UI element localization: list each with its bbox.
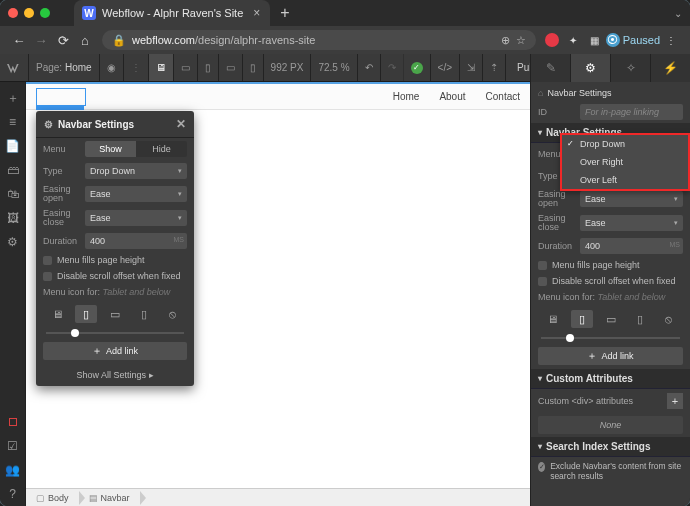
preview-icon[interactable]: ◉: [100, 54, 124, 81]
ext-puzzle-icon[interactable]: ✦: [565, 32, 581, 48]
help-icon[interactable]: ?: [0, 482, 26, 506]
tab-close-icon[interactable]: ×: [253, 6, 260, 20]
tab-effects[interactable]: ⚡: [651, 54, 690, 82]
star-icon[interactable]: ☆: [516, 34, 526, 47]
p-slider[interactable]: [36, 328, 194, 338]
slider-knob-icon[interactable]: [566, 334, 574, 342]
bp-tablet-icon[interactable]: ▯: [571, 310, 593, 328]
status-ok-icon[interactable]: ✓: [404, 54, 431, 81]
team-icon[interactable]: 👥: [0, 458, 26, 482]
nav-fwd-icon[interactable]: →: [32, 33, 50, 48]
new-tab-button[interactable]: +: [280, 4, 289, 22]
bp-phone-icon[interactable]: ▯: [629, 310, 651, 328]
share-icon[interactable]: ⇡: [483, 54, 506, 81]
tabs-overflow-icon[interactable]: ⌄: [674, 8, 682, 19]
duration-input[interactable]: 400MS: [85, 233, 187, 249]
navigator-icon[interactable]: ≡: [0, 110, 26, 134]
device-tablet[interactable]: ▯: [198, 54, 219, 81]
chrome-menu-icon[interactable]: ⋮: [663, 32, 679, 48]
section-search-index[interactable]: ▾Search Index Settings: [531, 437, 690, 457]
add-link-button[interactable]: ＋Add link: [43, 342, 187, 360]
webflow-logo[interactable]: [0, 54, 29, 81]
show-all-settings[interactable]: Show All Settings ▸: [36, 364, 194, 386]
device-laptop[interactable]: ▭: [174, 54, 198, 81]
cms-icon[interactable]: 🗃: [0, 158, 26, 182]
r-fills-check[interactable]: Menu fills page height: [531, 257, 690, 273]
dropdown-item[interactable]: Over Left: [562, 171, 688, 189]
pages-icon[interactable]: 📄: [0, 134, 26, 158]
bp-none-icon[interactable]: ⦸: [658, 310, 680, 328]
audit-icon[interactable]: ☑: [0, 434, 26, 458]
r-scroll-check[interactable]: Disable scroll offset when fixed: [531, 273, 690, 289]
undo-icon[interactable]: ↶: [358, 54, 381, 81]
crumb-body[interactable]: ▢Body: [26, 489, 79, 506]
export-icon[interactable]: ⇲: [460, 54, 483, 81]
device-phone[interactable]: ▯: [243, 54, 264, 81]
add-link-button[interactable]: ＋Add link: [538, 347, 683, 365]
nav-back-icon[interactable]: ←: [10, 33, 28, 48]
menu-toggle[interactable]: Show Hide: [85, 141, 187, 157]
device-tablet-land[interactable]: ▭: [219, 54, 243, 81]
bp-desktop-icon[interactable]: 🖥: [542, 310, 564, 328]
dropdown-item[interactable]: Over Right: [562, 153, 688, 171]
id-input[interactable]: For in-page linking: [580, 104, 683, 120]
p-fills-check[interactable]: Menu fills page height: [36, 252, 194, 268]
selection-handle[interactable]: [36, 106, 84, 110]
easing-close-select[interactable]: Ease▾: [580, 215, 683, 231]
code-icon[interactable]: </>: [431, 54, 460, 81]
bp-phone-icon[interactable]: ▯: [133, 305, 155, 323]
ext-adblock-icon[interactable]: [545, 33, 559, 47]
reload-icon[interactable]: ⟳: [54, 33, 72, 48]
checkbox-icon: [538, 261, 547, 270]
close-popup-icon[interactable]: ✕: [176, 117, 186, 131]
tab-settings[interactable]: ⚙: [571, 54, 611, 82]
exclude-row[interactable]: ✓ Exclude Navbar's content from site sea…: [531, 457, 690, 485]
bp-tablet-icon[interactable]: ▯: [75, 305, 97, 323]
profile-paused[interactable]: ⦿ Paused: [606, 33, 660, 47]
nav-link[interactable]: Contact: [486, 91, 520, 102]
ecommerce-icon[interactable]: 🛍: [0, 182, 26, 206]
easing-open-select[interactable]: Ease▾: [85, 186, 187, 202]
navbar-icon: ▤: [89, 493, 98, 503]
menu-hide[interactable]: Hide: [136, 141, 187, 157]
canvas-width[interactable]: 992 PX: [264, 54, 312, 81]
type-select[interactable]: Drop Down▾: [85, 163, 187, 179]
bp-desktop-icon[interactable]: 🖥: [46, 305, 68, 323]
tab-favicon-icon: W: [82, 6, 96, 20]
nav-link[interactable]: About: [439, 91, 465, 102]
tab-interactions[interactable]: ✧: [611, 54, 651, 82]
canvas-navbar[interactable]: Home About Contact: [26, 84, 530, 110]
bp-none-icon[interactable]: ⦸: [162, 305, 184, 323]
mac-max-icon[interactable]: [40, 8, 50, 18]
page-selector[interactable]: Page: Home: [29, 54, 100, 81]
tab-style[interactable]: ✎: [531, 54, 571, 82]
device-desktop[interactable]: 🖥: [149, 54, 174, 81]
section-custom-attributes[interactable]: ▾Custom Attributes: [531, 369, 690, 389]
menu-show[interactable]: Show: [85, 141, 136, 157]
home-icon[interactable]: ⌂: [76, 33, 94, 48]
browser-tab[interactable]: W Webflow - Alphr Raven's Site ×: [74, 0, 270, 26]
settings-icon[interactable]: ⚙: [0, 230, 26, 254]
ext-grid-icon[interactable]: ▦: [587, 32, 603, 48]
assets-icon[interactable]: 🖼: [0, 206, 26, 230]
easing-open-select[interactable]: Ease▾: [580, 191, 683, 207]
crumb-navbar[interactable]: ▤Navbar: [79, 489, 140, 506]
redo-icon[interactable]: ↷: [381, 54, 404, 81]
record-icon[interactable]: [0, 410, 26, 434]
easing-close-select[interactable]: Ease▾: [85, 210, 187, 226]
mac-close-icon[interactable]: [8, 8, 18, 18]
url-input[interactable]: 🔒 webflow.com/design/alphr-ravens-site ⊕…: [102, 30, 536, 50]
duration-input[interactable]: 400MS: [580, 238, 683, 254]
dropdown-item[interactable]: Drop Down: [562, 135, 688, 153]
bp-tablet-land-icon[interactable]: ▭: [104, 305, 126, 323]
mac-min-icon[interactable]: [24, 8, 34, 18]
add-attribute-button[interactable]: +: [667, 393, 683, 409]
install-app-icon[interactable]: ⊕: [501, 34, 510, 47]
nav-link[interactable]: Home: [393, 91, 420, 102]
home-icon[interactable]: ⌂: [538, 88, 543, 98]
p-scroll-check[interactable]: Disable scroll offset when fixed: [36, 268, 194, 284]
r-slider[interactable]: [531, 333, 690, 343]
bp-tablet-land-icon[interactable]: ▭: [600, 310, 622, 328]
add-element-icon[interactable]: ＋: [0, 86, 26, 110]
canvas-zoom[interactable]: 72.5 %: [311, 54, 357, 81]
